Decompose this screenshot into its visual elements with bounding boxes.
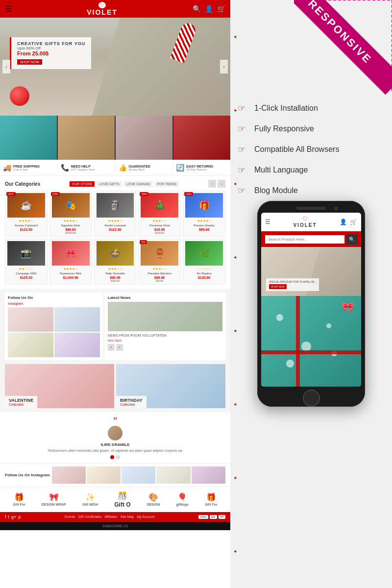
product-name-10: Six Maplins [185,272,223,275]
brand-icon-3: ✨ [85,492,95,502]
product-price-9: $99.80 [141,276,178,279]
feature-icon-5: ☞ [238,185,249,196]
brand-name-6: giftlogo [176,503,189,506]
thumbnail-row [0,116,230,160]
help-title: NEED HELP [71,165,95,168]
returns-subtitle: 30 Day Returns [186,168,213,171]
product-card-2[interactable]: 20% 🎭 ★★★★☆ Egyptian Artist $80.80 $100.… [49,191,92,237]
search-icon[interactable]: 🔍 [193,5,201,13]
hamburger-menu[interactable]: ☰ [5,4,12,14]
right-panel: RESPONSIVE ☞ 1-Click Installation ☞ Full… [230,0,392,588]
account-icon[interactable]: 👤 [205,5,213,13]
social-section: Follow Us On Instagram [0,463,230,487]
footer-payment: VISA MC PP [198,515,225,519]
social-img-3[interactable] [122,466,155,484]
cart-icon[interactable]: 🛒 [217,5,225,13]
social-title: Follow Us On Instagram [5,473,50,477]
product-card-8[interactable]: 🍲 ★★★☆☆ Relly Sonnellia $80.90 $25.00 [94,239,137,285]
product-price-5: $99.00 [185,228,223,231]
birthday-name: BIRTHDAY [120,398,143,403]
product-stars-4: ★★★☆☆ [141,219,178,223]
footer-link-gifts[interactable]: Gift Certificates [78,515,101,518]
tab-for-teens[interactable]: FOR TEENS [154,181,179,187]
category-next-btn[interactable]: › [218,180,225,188]
footer-link-events[interactable]: Events [65,515,75,518]
insta-img-4[interactable] [54,333,100,357]
insta-img-2[interactable] [54,307,100,332]
product-card-7[interactable]: 🎀 ★★★★☆ Depression Whir $1,000.90 [49,239,92,285]
brand-icon-4: 🎊 [118,491,127,500]
phone-search-input[interactable] [265,235,344,244]
birthday-label: BIRTHDAY Collection [116,396,147,408]
birthday-collection[interactable]: BIRTHDAY Collection [116,364,225,408]
product-stars-8: ★★★☆☆ [97,267,134,271]
valentine-label: VALENTINE Collection [5,396,37,408]
gift-dot-3 [326,323,331,328]
phone-hero-badge: SPECIAL DISCOUNT FOR TO APRIL CB... SHOP… [266,278,319,291]
product-card-6[interactable]: 📸 ★★☆☆☆ Campaign 4900 $125.30 [5,239,48,285]
category-prev-btn[interactable]: ‹ [208,180,216,188]
phone-menu-icon: ☰ [265,219,270,225]
dot-1[interactable] [110,455,114,459]
news-next-btn[interactable]: › [116,344,123,351]
product-badge-9: 5% [140,240,147,244]
hero-arrows: ‹ › [0,60,230,74]
shipping-title: FREE SHIPPING [13,165,40,168]
deco-star-5: ✦ [233,328,237,334]
fb-icon[interactable]: f [5,514,6,519]
deco-star-1: ✦ [233,34,237,40]
pi-icon[interactable]: p [18,514,21,519]
help-subtitle: 24/7 Support Here [71,168,95,171]
product-card-9[interactable]: 5% 🏺 ★★★☆☆ Paradise Machine $99.80 $3.00 [138,239,181,285]
brand-5: 🎨 DESIGN [147,492,160,506]
footer-link-account[interactable]: My Account [137,515,154,518]
brand-name-2: DESIGN WRAP [42,503,66,506]
gift-bow-decoration: 🎀 [342,301,354,313]
instagram-subtitle: Instagram [8,302,100,305]
news-title: Latest News [108,295,222,300]
tab-our-store[interactable]: OUR STORE [70,181,95,187]
news-prev-btn[interactable]: ‹ [108,344,115,351]
gp-icon[interactable]: g+ [11,514,16,519]
social-images [52,466,225,484]
social-img-5[interactable] [192,466,225,484]
valentine-collection[interactable]: VALENTINE Collection [5,364,114,408]
product-card-1[interactable]: HOT ☕ ★★★★☆ Amaze Cupboard $122.90 [5,191,48,237]
social-img-2[interactable] [87,466,121,484]
tab-love-canvas[interactable]: LOVE CANVAS [124,181,153,187]
dot-2[interactable] [116,455,120,459]
returns-icon: 🔄 [176,164,184,172]
product-stars-9: ★★★☆☆ [141,267,178,271]
tab-love-gifts[interactable]: LOVE GIFTS [97,181,122,187]
feature-label-3: Compatible All Browsers [254,145,339,154]
footer-link-sitemap[interactable]: Site Map [121,515,134,518]
social-img-1[interactable] [52,466,86,484]
product-card-5[interactable]: 10% 🎁 ★★★★☆ Present Jewelry $99.00 [183,191,225,237]
payment-pp: PP [219,515,225,519]
thumb-1[interactable] [0,116,57,160]
thumb-4[interactable] [173,116,230,160]
hero-next-arrow[interactable]: › [220,60,228,74]
brand-1: 🎁 Gift For [13,492,25,506]
insta-img-1[interactable] [8,307,53,332]
thumb-3[interactable] [116,116,172,160]
hero-prev-arrow[interactable]: ‹ [2,60,10,74]
product-card-4[interactable]: 30% 🎄 ★★★☆☆ Christmas Diner $19.90 $32.0… [138,191,181,237]
insta-img-3[interactable] [8,333,53,357]
product-card-10[interactable]: 🌿 ☆☆☆☆☆ Six Maplins $125.90 [183,239,225,285]
news-navigation: ‹ › [108,344,222,351]
phone-search-button[interactable]: 🔍 [346,234,357,245]
subscribe-label: SUBSCRIBE US [102,524,128,528]
feature-icon-1: ☞ [238,103,249,114]
social-img-4[interactable] [156,466,190,484]
product-image-4: 🎄 [141,193,178,218]
product-card-3[interactable]: 🗿 ★★★★☆ Nordic Loveseat $122.90 [94,191,137,237]
red-ball-decoration [10,86,29,106]
product-badge-1: HOT [6,192,16,196]
footer-link-affiliates[interactable]: Affiliates [104,515,117,518]
thumb-2[interactable] [58,116,115,160]
product-price-7: $1,000.90 [52,276,90,279]
deco-star-6: ✦ [233,402,237,407]
tw-icon[interactable]: t [8,514,10,519]
hamburger-icon: ☰ [5,5,12,13]
